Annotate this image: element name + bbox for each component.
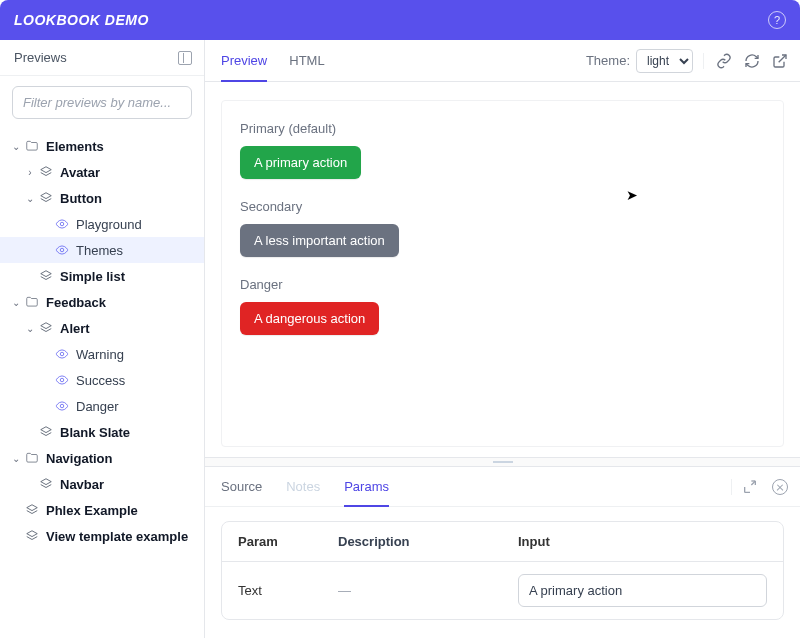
tree-label: View template example xyxy=(46,529,188,544)
svg-point-3 xyxy=(60,378,64,382)
link-icon[interactable] xyxy=(716,53,732,69)
tree-label: Danger xyxy=(76,399,119,414)
danger-action-button[interactable]: A dangerous action xyxy=(240,302,379,335)
layers-icon xyxy=(38,269,54,283)
layers-icon xyxy=(24,503,40,517)
layers-icon xyxy=(38,321,54,335)
theme-label: Theme: xyxy=(586,53,630,68)
tree-item-themes[interactable]: Themes xyxy=(0,237,204,263)
preview-tree: ⌄ Elements › Avatar ⌄ Button Pl xyxy=(0,129,204,638)
tab-html[interactable]: HTML xyxy=(289,40,324,81)
tab-source[interactable]: Source xyxy=(221,467,262,506)
chevron-down-icon: ⌄ xyxy=(10,141,22,152)
chevron-down-icon: ⌄ xyxy=(24,323,36,334)
tree-label: Warning xyxy=(76,347,124,362)
help-icon[interactable]: ? xyxy=(768,11,786,29)
tree-label: Playground xyxy=(76,217,142,232)
tree-label: Success xyxy=(76,373,125,388)
eye-icon xyxy=(54,217,70,231)
sidebar-title: Previews xyxy=(14,50,67,65)
tree-label: Blank Slate xyxy=(60,425,130,440)
tab-preview[interactable]: Preview xyxy=(221,40,267,81)
tree-label: Navigation xyxy=(46,451,112,466)
tab-notes: Notes xyxy=(286,467,320,506)
chevron-down-icon: ⌄ xyxy=(10,453,22,464)
collapse-sidebar-icon[interactable] xyxy=(178,51,192,65)
params-table: Param Description Input Text — xyxy=(221,521,784,620)
tree-item-avatar[interactable]: › Avatar xyxy=(0,159,204,185)
tree-item-danger[interactable]: Danger xyxy=(0,393,204,419)
sidebar: Previews ⌄ Elements › Avatar xyxy=(0,40,205,638)
tree-label: Feedback xyxy=(46,295,106,310)
tree-item-warning[interactable]: Warning xyxy=(0,341,204,367)
eye-icon xyxy=(54,399,70,413)
tree-label: Simple list xyxy=(60,269,125,284)
param-description: — xyxy=(338,583,518,598)
main-panel: Preview HTML Theme: light ➤ xyxy=(205,40,800,638)
eye-icon xyxy=(54,347,70,361)
tree-label: Themes xyxy=(76,243,123,258)
tree-label: Phlex Example xyxy=(46,503,138,518)
chevron-down-icon: ⌄ xyxy=(10,297,22,308)
param-name: Text xyxy=(238,583,338,598)
tree-item-blank-slate[interactable]: Blank Slate xyxy=(0,419,204,445)
layers-icon xyxy=(38,191,54,205)
app-title: LOOKBOOK DEMO xyxy=(14,12,149,28)
svg-point-1 xyxy=(60,248,64,252)
tree-label: Alert xyxy=(60,321,90,336)
eye-icon xyxy=(54,373,70,387)
tree-item-success[interactable]: Success xyxy=(0,367,204,393)
chevron-right-icon: › xyxy=(24,167,36,178)
eye-icon xyxy=(54,243,70,257)
tree-label: Button xyxy=(60,191,102,206)
tree-label: Elements xyxy=(46,139,104,154)
variant-label-danger: Danger xyxy=(240,277,765,292)
layers-icon xyxy=(24,529,40,543)
param-text-input[interactable] xyxy=(518,574,767,607)
secondary-action-button[interactable]: A less important action xyxy=(240,224,399,257)
layers-icon xyxy=(38,425,54,439)
tab-params[interactable]: Params xyxy=(344,467,389,506)
col-header-input: Input xyxy=(518,534,767,549)
preview-topbar: Preview HTML Theme: light xyxy=(205,40,800,82)
variant-label-secondary: Secondary xyxy=(240,199,765,214)
svg-point-0 xyxy=(60,222,64,226)
tree-label: Avatar xyxy=(60,165,100,180)
layers-icon xyxy=(38,165,54,179)
share-arrow-icon[interactable] xyxy=(742,479,758,495)
vertical-splitter[interactable] xyxy=(205,457,800,467)
theme-select[interactable]: light xyxy=(636,49,693,73)
bottom-panel: Source Notes Params Param Descriptio xyxy=(205,467,800,638)
tree-item-button[interactable]: ⌄ Button xyxy=(0,185,204,211)
folder-icon xyxy=(24,295,40,309)
tree-folder-feedback[interactable]: ⌄ Feedback xyxy=(0,289,204,315)
tree-item-navbar[interactable]: Navbar xyxy=(0,471,204,497)
svg-point-4 xyxy=(60,404,64,408)
app-header: LOOKBOOK DEMO ? xyxy=(0,0,800,40)
variant-label-primary: Primary (default) xyxy=(240,121,765,136)
tree-item-phlex[interactable]: Phlex Example xyxy=(0,497,204,523)
close-panel-icon[interactable] xyxy=(772,479,788,495)
col-header-description: Description xyxy=(338,534,518,549)
col-header-param: Param xyxy=(238,534,338,549)
search-input[interactable] xyxy=(12,86,192,119)
tree-item-simple-list[interactable]: Simple list xyxy=(0,263,204,289)
primary-action-button[interactable]: A primary action xyxy=(240,146,361,179)
refresh-icon[interactable] xyxy=(744,53,760,69)
folder-icon xyxy=(24,139,40,153)
tree-item-alert[interactable]: ⌄ Alert xyxy=(0,315,204,341)
chevron-down-icon: ⌄ xyxy=(24,193,36,204)
tree-folder-navigation[interactable]: ⌄ Navigation xyxy=(0,445,204,471)
tree-folder-elements[interactable]: ⌄ Elements xyxy=(0,133,204,159)
svg-point-2 xyxy=(60,352,64,356)
tree-label: Navbar xyxy=(60,477,104,492)
table-row: Text — xyxy=(222,562,783,619)
open-new-window-icon[interactable] xyxy=(772,53,788,69)
folder-icon xyxy=(24,451,40,465)
tree-item-view-template[interactable]: View template example xyxy=(0,523,204,549)
preview-area: ➤ Primary (default) A primary action Sec… xyxy=(205,82,800,457)
layers-icon xyxy=(38,477,54,491)
tree-item-playground[interactable]: Playground xyxy=(0,211,204,237)
